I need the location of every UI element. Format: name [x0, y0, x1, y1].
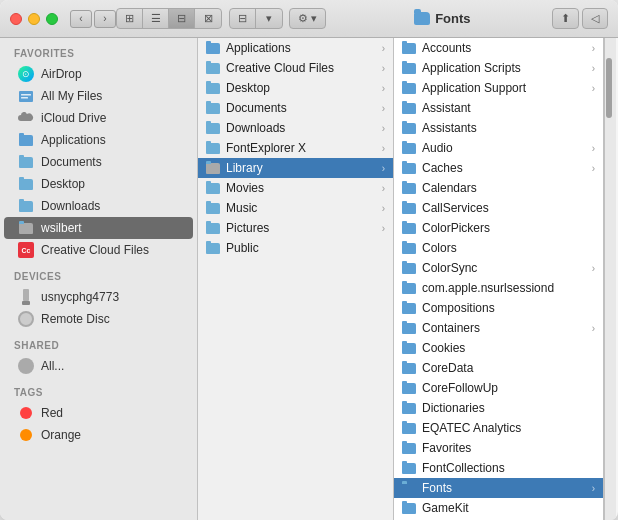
- file-row[interactable]: Downloads ›: [198, 118, 393, 138]
- sidebar-item-creative-cloud[interactable]: Cc Creative Cloud Files: [4, 239, 193, 261]
- scrollbar-thumb[interactable]: [606, 58, 612, 118]
- svg-rect-0: [19, 91, 33, 102]
- forward-button[interactable]: ›: [94, 10, 116, 28]
- sidebar-item-tag-orange[interactable]: Orange: [4, 424, 193, 446]
- usb-icon: [18, 289, 34, 305]
- file-row[interactable]: Colors: [394, 238, 603, 258]
- view-icon-button[interactable]: ⊞: [117, 9, 143, 28]
- sidebar-item-icloud[interactable]: iCloud Drive: [4, 107, 193, 129]
- file-row[interactable]: ColorSync ›: [394, 258, 603, 278]
- folder-icon: [402, 323, 416, 334]
- file-row-label: Public: [226, 241, 385, 255]
- downloads-folder-icon: [18, 198, 34, 214]
- file-row-label: Library: [226, 161, 376, 175]
- sidebar-item-desktop[interactable]: Desktop: [4, 173, 193, 195]
- file-row[interactable]: Audio ›: [394, 138, 603, 158]
- view-list-button[interactable]: ☰: [143, 9, 169, 28]
- sidebar-item-label: All My Files: [41, 89, 102, 103]
- file-row[interactable]: FontExplorer X ›: [198, 138, 393, 158]
- tag-red-icon: [18, 405, 34, 421]
- file-row[interactable]: Movies ›: [198, 178, 393, 198]
- maximize-button[interactable]: [46, 13, 58, 25]
- action-button[interactable]: ◁: [582, 8, 608, 29]
- svg-rect-1: [21, 94, 31, 96]
- sidebar-item-documents[interactable]: Documents: [4, 151, 193, 173]
- file-row-label: Desktop: [226, 81, 376, 95]
- chevron-icon: ›: [592, 263, 595, 274]
- scrollbar[interactable]: [604, 38, 616, 520]
- file-row[interactable]: EQATEC Analytics: [394, 418, 603, 438]
- file-row[interactable]: com.apple.nsurlsessiond: [394, 278, 603, 298]
- sidebar-item-applications[interactable]: Applications: [4, 129, 193, 151]
- folder-icon: [402, 483, 416, 494]
- file-row-label: Dictionaries: [422, 401, 595, 415]
- sidebar-item-all-shared[interactable]: All...: [4, 355, 193, 377]
- gear-button[interactable]: ⚙ ▾: [289, 8, 326, 29]
- chevron-icon: ›: [592, 63, 595, 74]
- close-button[interactable]: [10, 13, 22, 25]
- file-row[interactable]: Favorites: [394, 438, 603, 458]
- chevron-icon: ›: [592, 43, 595, 54]
- folder-icon: [206, 223, 220, 234]
- file-row[interactable]: CoreData: [394, 358, 603, 378]
- share-button[interactable]: ⬆: [552, 8, 579, 29]
- file-row[interactable]: Accounts ›: [394, 38, 603, 58]
- back-button[interactable]: ‹: [70, 10, 92, 28]
- file-row[interactable]: Pictures ›: [198, 218, 393, 238]
- file-row[interactable]: Documents ›: [198, 98, 393, 118]
- file-row[interactable]: Dictionaries: [394, 398, 603, 418]
- sidebar-item-remote-disc[interactable]: Remote Disc: [4, 308, 193, 330]
- file-row[interactable]: ColorPickers: [394, 218, 603, 238]
- file-row[interactable]: Application Scripts ›: [394, 58, 603, 78]
- minimize-button[interactable]: [28, 13, 40, 25]
- sidebar-item-downloads[interactable]: Downloads: [4, 195, 193, 217]
- file-row[interactable]: GameKit: [394, 498, 603, 518]
- file-row[interactable]: CallServices: [394, 198, 603, 218]
- chevron-icon: ›: [592, 323, 595, 334]
- file-row[interactable]: Creative Cloud Files ›: [198, 58, 393, 78]
- file-row[interactable]: Public: [198, 238, 393, 258]
- view-cover-button[interactable]: ⊠: [195, 9, 221, 28]
- arrange-button[interactable]: ⊟: [230, 9, 256, 28]
- file-row[interactable]: Compositions: [394, 298, 603, 318]
- file-row-label: Application Support: [422, 81, 586, 95]
- arrange-dropdown-button[interactable]: ▾: [256, 9, 282, 28]
- file-row-label: FontCollections: [422, 461, 595, 475]
- sidebar-item-airdrop[interactable]: ⊙ AirDrop: [4, 63, 193, 85]
- file-column-1: Applications › Creative Cloud Files › De…: [198, 38, 394, 520]
- file-row-label: Downloads: [226, 121, 376, 135]
- file-row[interactable]: Applications ›: [198, 38, 393, 58]
- view-column-button[interactable]: ⊟: [169, 9, 195, 28]
- file-row-fonts[interactable]: Fonts ›: [394, 478, 603, 498]
- folder-icon: [402, 223, 416, 234]
- sidebar-item-tag-red[interactable]: Red: [4, 402, 193, 424]
- file-row-label: ColorPickers: [422, 221, 595, 235]
- file-row[interactable]: Calendars: [394, 178, 603, 198]
- file-row[interactable]: FontCollections: [394, 458, 603, 478]
- sidebar-item-wsilbert[interactable]: wsilbert: [4, 217, 193, 239]
- file-row[interactable]: Music ›: [198, 198, 393, 218]
- sidebar-item-label: Applications: [41, 133, 106, 147]
- sidebar-section-favorites: Favorites: [0, 38, 197, 63]
- chevron-icon: ›: [382, 123, 385, 134]
- file-row[interactable]: Caches ›: [394, 158, 603, 178]
- sidebar-item-label: Downloads: [41, 199, 100, 213]
- file-row-label: Audio: [422, 141, 586, 155]
- file-row-label: Creative Cloud Files: [226, 61, 376, 75]
- file-row-label: Calendars: [422, 181, 595, 195]
- file-row[interactable]: Application Support ›: [394, 78, 603, 98]
- file-row[interactable]: Assistants: [394, 118, 603, 138]
- sidebar-item-all-my-files[interactable]: All My Files: [4, 85, 193, 107]
- sidebar-item-label: All...: [41, 359, 64, 373]
- folder-icon: [402, 423, 416, 434]
- file-row[interactable]: CoreFollowUp: [394, 378, 603, 398]
- folder-icon: [402, 43, 416, 54]
- sidebar-item-usnycphg4773[interactable]: usnycphg4773: [4, 286, 193, 308]
- file-row-library[interactable]: Library ›: [198, 158, 393, 178]
- file-row-label: CallServices: [422, 201, 595, 215]
- file-row[interactable]: Containers ›: [394, 318, 603, 338]
- file-row[interactable]: Desktop ›: [198, 78, 393, 98]
- file-row[interactable]: Assistant: [394, 98, 603, 118]
- file-row[interactable]: Cookies: [394, 338, 603, 358]
- chevron-icon: ›: [382, 63, 385, 74]
